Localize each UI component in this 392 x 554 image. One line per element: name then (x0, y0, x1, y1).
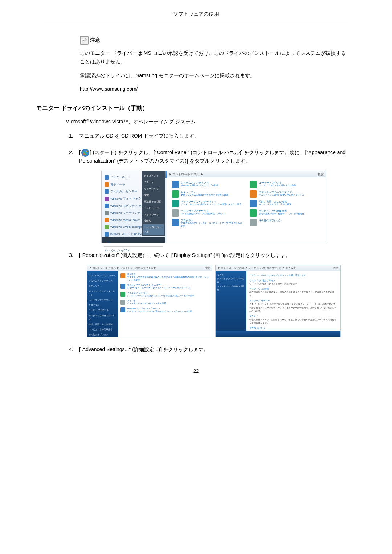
wmp-icon (105, 218, 109, 222)
row-title: フォルダ オプション (127, 292, 194, 295)
start-menu-bottom (102, 237, 165, 243)
sm-item: Windows Media Player (110, 218, 140, 223)
messenger-icon (105, 225, 109, 229)
cp-sub: CD または他のメディアの自動再生 / プリンタ (181, 213, 225, 216)
bottom-strip (216, 331, 340, 337)
ie-icon (105, 175, 109, 180)
registered-mark: ® (86, 118, 89, 122)
cp-sub: 設定の提案の表示 / 視覚ディスプレイの最適化 (259, 213, 304, 216)
screenshot-personalization: ▶ コントロール パネル ▶ デスクトップのカスタマイズ ▶ 検索 コントロール… (87, 265, 341, 337)
page-header: ソフトウェアの使用 (44, 0, 348, 21)
sm-r: 検索 (143, 192, 164, 198)
side-item: タスク (217, 273, 245, 277)
intro-post: Windows Vista™、オペレーティング システム (89, 119, 196, 124)
step1-text: マニュアル CD を CD-ROM ドライブに挿入します。 (79, 133, 199, 139)
side-item: コントロール パネル ホーム (89, 273, 117, 278)
sm-item: インターネット (110, 175, 131, 180)
cp-title: 時計、言語、および地域 (259, 200, 291, 203)
side-item: コンピュータの簡単操作 (89, 327, 117, 332)
cp-sub: インターネットへの接続 / ネットワークの状態とタスクの表示 (181, 203, 241, 206)
side-item: デスクトップ アイコンの変更 (217, 277, 245, 284)
hardware-icon (172, 209, 179, 217)
sm-r: ネットワーク (143, 212, 164, 218)
clock-icon (250, 200, 257, 207)
note-icon (80, 36, 89, 45)
sm-item: ウェルカム センター (110, 189, 137, 194)
cp-title: その他のオプション (259, 219, 282, 222)
screenshot-control-panel: インターネット 電子メール ウェルカム センター Windows フォト ギャラ… (101, 171, 326, 243)
cp-sub: プログラムのアンインストール / スタートアップ プログラムの変更 (181, 222, 243, 228)
cp-title: ネットワークとインターネット (181, 200, 241, 203)
row-title: フォント (127, 300, 166, 303)
personalization-icon (120, 273, 125, 278)
sm-r: ドキュメント (143, 172, 164, 179)
personalization-main: デスクトップのカスタマイズとサウンドを個人設定します ウィンドウの色とデザイン … (246, 271, 340, 337)
report-icon (105, 232, 109, 237)
row-sub: デスクトップの背景の変更 / 色のカスタマイズ / 画面の解像度の調整 / スク… (127, 276, 210, 282)
row-sub: インストールされているフォントの表示 (127, 302, 166, 305)
side-item: 時計、言語、および地域 (89, 322, 117, 327)
security-icon (172, 190, 179, 198)
main-heading: デスクトップのカスタマイズとサウンドを個人設定します (249, 274, 338, 278)
cp-title: プログラム (181, 219, 243, 222)
breadcrumb-bar: ▶ コントロール パネル ▶ デスクトップのカスタマイズ ▶ 個人設定 検索 (216, 265, 340, 271)
meeting-icon (105, 211, 109, 215)
appearance-window: ▶ コントロール パネル ▶ デスクトップのカスタマイズ ▶ 検索 コントロール… (87, 265, 212, 337)
note-line2: 承認済みのドライバは、Samsung モニターのホームページに掲載されます。 (80, 71, 348, 80)
mobility-icon (105, 204, 109, 208)
breadcrumb-bar: ▶ コントロール パネル ▶ デスクトップのカスタマイズ ▶ 検索 (87, 265, 212, 271)
cp-title: ハードウェアとサウンド (181, 209, 225, 213)
additional-icon (250, 219, 257, 226)
row-sub: [スタート] メニューのカスタマイズ / タスク バーのカスタマイズ (127, 287, 190, 290)
side-item: ユーザー アカウント (89, 308, 117, 313)
control-panel-window: ▶ コントロール パネル ▶ 検索 システムとメンテナンスWindows の開始… (167, 171, 326, 243)
cp-sub: デスクトップの背景の変更 / 色のカスタマイズ (259, 194, 304, 197)
taskbar-icon (120, 284, 125, 289)
row-title: 個人設定 (127, 273, 210, 276)
windows-start-icon (81, 149, 89, 157)
crumb-search: 検索 (205, 266, 210, 270)
row-title: タスク バーと [スタート] メニュー (127, 284, 190, 287)
item-t: 特定の動作やイベントに対応するサウンドを、新しい音色や既定からプログラムで既存セ… (249, 318, 338, 325)
cp-sub: 更新プログラムの確認 / セキュリティ状態の確認 (181, 194, 228, 197)
side-item: フォント サイズ (DPI) の調整 (217, 284, 245, 292)
step4-text: ["Advanced Settings..." (詳細設定...)] をクリック… (79, 346, 209, 352)
item-t: 現在の背景や外観と置き換え、自分の外観を選ぶことでデスクトップ背景を入力できます… (249, 291, 338, 297)
breadcrumb-bar: ▶ コントロール パネル ▶ 検索 (167, 171, 326, 177)
sm-item: 電子メール (110, 182, 125, 187)
steps-list: マニュアル CD を CD-ROM ドライブに挿入します。 [] (スタート) … (69, 132, 348, 354)
row-title: Windows サイドバーのプロパティ (127, 307, 192, 310)
intro-pre: Microsoft (65, 119, 86, 124)
sm-r: 接続先 (143, 218, 164, 224)
step2-post: ] (スタート) をクリックし、["Control Panel" (コントロール… (79, 149, 346, 164)
right-sidebar: タスク デスクトップ アイコンの変更 フォント サイズ (DPI) の調整 (216, 271, 246, 337)
note-header: 注意 (80, 36, 348, 45)
step2-pre: [ (79, 149, 81, 155)
side-item: セキュリティ (89, 283, 117, 288)
note-section: 注意 このモニター ドライバーは MS ロゴの承認を受けており、このドライバのイ… (80, 36, 348, 94)
item-t: スクリーン セーバーの変更や設定を調整します。スクリーン セーバーは、画面が動い… (249, 303, 338, 313)
item-h: デスクトップの背景 (249, 287, 338, 291)
item-h: サウンド (249, 315, 338, 318)
cp-title: デスクトップのカスタマイズ (259, 190, 304, 194)
network-icon (172, 200, 179, 207)
sm-r: 最近使った項目 (143, 198, 164, 205)
cp-title: コンピュータの簡単操作 (259, 209, 304, 213)
step-2: [] (スタート) をクリックし、["Control Panel" (コントロー… (69, 148, 348, 243)
side-item: プログラム (89, 303, 117, 308)
intro-text: Microsoft® Windows Vista™、オペレーティング システム (65, 118, 348, 125)
cp-title: セキュリティ (181, 190, 228, 194)
step3-text: ["Personalization" (個人設定）]、続いて ["Display… (79, 252, 291, 258)
row-sub: シングルクリックまたはダブルクリックの指定 / 隠しファイルの表示 (127, 295, 194, 297)
crumb-left: ▶ コントロール パネル ▶ (169, 172, 203, 176)
programs-icon (172, 219, 179, 226)
sm-r: コンピュータ (143, 205, 164, 212)
crumb: ▶ コントロール パネル ▶ デスクトップのカスタマイズ ▶ (89, 266, 156, 270)
gallery-icon (105, 197, 109, 201)
control-panel-grid: システムとメンテナンスWindows の開始 / バックアップの作成 ユーザー … (167, 177, 326, 231)
side-item: システムとメンテナンス (89, 278, 117, 283)
note-label: 注意 (90, 37, 100, 44)
cp-sub: Windows の開始 / バックアップの作成 (181, 184, 218, 187)
appearance-main: 個人設定デスクトップの背景の変更 / 色のカスタマイズ / 画面の解像度の調整 … (118, 271, 212, 337)
sidebar-icon (120, 307, 125, 312)
